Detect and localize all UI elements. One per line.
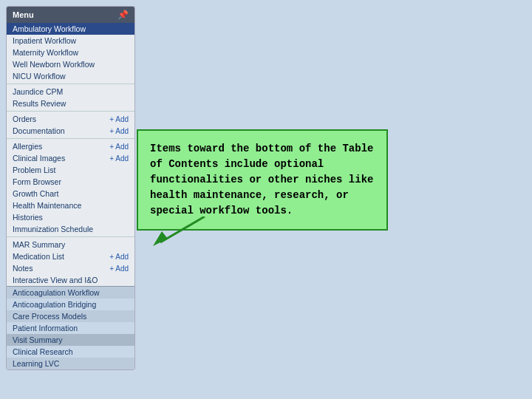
sidebar-item-inpatient-workflow[interactable]: Inpatient Workflow [7, 35, 134, 47]
menu-item-label: Health Maintenance [13, 201, 81, 210]
sidebar-item-visit-summary[interactable]: Visit Summary [7, 334, 134, 346]
divider-2 [7, 111, 134, 112]
menu-item-label: Allergies [13, 142, 42, 151]
tooltip-box: Items toward the bottom of the Table of … [137, 129, 388, 231]
sidebar-item-documentation[interactable]: Documentation + Add [7, 125, 134, 137]
sidebar-item-health-maintenance[interactable]: Health Maintenance [7, 200, 134, 211]
menu-item-label: Inpatient Workflow [13, 36, 76, 45]
sidebar-item-notes[interactable]: Notes + Add [7, 262, 134, 274]
sidebar-item-patient-information[interactable]: Patient Information [7, 322, 134, 334]
menu-item-label: Immunization Schedule [13, 225, 93, 233]
sidebar-item-immunization-schedule[interactable]: Immunization Schedule [7, 223, 134, 235]
menu-item-label: Medication List [13, 252, 64, 261]
menu-item-label: Jaundice CPM [13, 87, 63, 96]
medication-list-add-button[interactable]: + Add [109, 253, 129, 261]
sidebar-item-allergies[interactable]: Allergies + Add [7, 140, 134, 152]
sidebar-item-mar-summary[interactable]: MAR Summary [7, 239, 134, 250]
sidebar-item-interactive-view[interactable]: Interactive View and I&O [7, 274, 134, 286]
tooltip-text: Items toward the bottom of the Table of … [150, 143, 373, 216]
menu-panel: Menu 📌 Ambulatory Workflow Inpatient Wor… [6, 6, 135, 370]
sidebar-item-nicu-workflow[interactable]: NICU Workflow [7, 70, 134, 82]
sidebar-item-growth-chart[interactable]: Growth Chart [7, 188, 134, 200]
documentation-add-button[interactable]: + Add [109, 127, 129, 135]
menu-item-label: Documentation [13, 126, 65, 135]
menu-item-label: Problem List [13, 166, 55, 174]
sidebar-item-results-review[interactable]: Results Review [7, 98, 134, 109]
sidebar-item-problem-list[interactable]: Problem List [7, 164, 134, 176]
menu-item-label: Maternity Workflow [13, 48, 78, 57]
menu-item-label: NICU Workflow [13, 72, 66, 81]
pin-icon[interactable]: 📌 [117, 10, 129, 20]
menu-bottom-section: Anticoagulation Workflow Anticoagulation… [7, 286, 134, 369]
sidebar-item-histories[interactable]: Histories [7, 211, 134, 223]
menu-item-label: Well Newborn Workflow [13, 60, 95, 69]
sidebar-item-clinical-images[interactable]: Clinical Images + Add [7, 152, 134, 164]
sidebar-item-form-browser[interactable]: Form Browser [7, 176, 134, 188]
menu-title: Menu [13, 10, 34, 19]
sidebar-item-jaundice-cpm[interactable]: Jaundice CPM [7, 86, 134, 98]
divider-1 [7, 83, 134, 84]
divider-4 [7, 236, 134, 237]
menu-item-label: Clinical Images [13, 154, 65, 163]
menu-item-label: Notes [13, 264, 33, 273]
sidebar-item-well-newborn-workflow[interactable]: Well Newborn Workflow [7, 58, 134, 70]
sidebar-item-care-process-models[interactable]: Care Process Models [7, 310, 134, 322]
sidebar-item-anticoagulation-workflow[interactable]: Anticoagulation Workflow [7, 287, 134, 299]
menu-item-label: Growth Chart [13, 189, 58, 198]
divider-3 [7, 138, 134, 139]
sidebar-item-ambulatory-workflow[interactable]: Ambulatory Workflow [7, 23, 134, 35]
sidebar-item-maternity-workflow[interactable]: Maternity Workflow [7, 47, 134, 58]
notes-add-button[interactable]: + Add [109, 265, 129, 273]
menu-item-label: Interactive View and I&O [13, 276, 98, 284]
clinical-images-add-button[interactable]: + Add [109, 154, 129, 163]
menu-item-label: Results Review [13, 99, 66, 108]
sidebar-item-clinical-research[interactable]: Clinical Research [7, 346, 134, 358]
menu-header: Menu 📌 [7, 7, 134, 23]
menu-item-label: Histories [13, 213, 43, 222]
sidebar-item-medication-list[interactable]: Medication List + Add [7, 250, 134, 262]
sidebar-item-learning-lvc[interactable]: Learning LVC [7, 358, 134, 369]
menu-item-label: Form Browser [13, 177, 61, 186]
allergies-add-button[interactable]: + Add [109, 143, 129, 151]
tooltip-arrow [153, 216, 212, 251]
orders-add-button[interactable]: + Add [109, 115, 129, 123]
menu-item-label: Orders [13, 115, 36, 123]
menu-item-label: Ambulatory Workflow [13, 24, 86, 33]
sidebar-item-anticoagulation-bridging[interactable]: Anticoagulation Bridging [7, 299, 134, 310]
sidebar-item-orders[interactable]: Orders + Add [7, 113, 134, 125]
svg-marker-1 [153, 231, 168, 246]
menu-item-label: MAR Summary [13, 240, 65, 249]
